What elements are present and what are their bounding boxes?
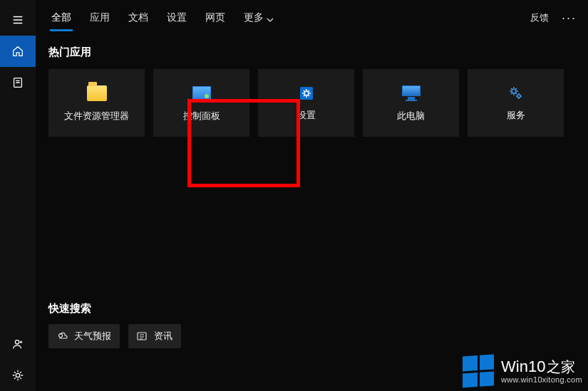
chip-news[interactable]: 资讯 xyxy=(128,324,181,348)
settings-rail-button[interactable] xyxy=(0,360,36,391)
tile-services[interactable]: 服务 xyxy=(468,69,564,137)
home-icon xyxy=(11,45,24,58)
svg-rect-3 xyxy=(300,87,313,100)
tab-more[interactable]: 更多 xyxy=(237,6,281,30)
top-apps-title: 热门应用 xyxy=(48,46,575,59)
tile-label: 文件资源管理器 xyxy=(64,110,129,122)
tile-label: 服务 xyxy=(507,109,525,122)
tile-label: 控制面板 xyxy=(183,110,220,122)
tab-more-label: 更多 xyxy=(244,11,264,24)
feedback-link[interactable]: 反馈 xyxy=(527,7,552,28)
tab-documents[interactable]: 文档 xyxy=(121,6,155,30)
tabbar-right: 反馈 ··· xyxy=(527,6,579,30)
svg-point-1 xyxy=(15,340,19,344)
chevron-down-icon xyxy=(267,14,274,21)
weather-icon xyxy=(57,331,68,341)
news-icon xyxy=(137,331,148,341)
control-panel-icon xyxy=(191,84,212,103)
tab-apps[interactable]: 应用 xyxy=(83,6,117,30)
svg-point-5 xyxy=(512,89,516,93)
monitor-icon xyxy=(401,84,422,103)
tile-file-explorer[interactable]: 文件资源管理器 xyxy=(48,69,145,137)
tile-label: 设置 xyxy=(297,109,316,122)
hamburger-button[interactable] xyxy=(0,4,36,36)
main-area: 全部 应用 文档 设置 网页 更多 反馈 ··· 热门应用 文件资源管理器 xyxy=(36,0,588,391)
person-add-icon xyxy=(11,338,24,350)
content-area: 热门应用 文件资源管理器 控制面板 设置 xyxy=(36,36,588,391)
tile-control-panel[interactable]: 控制面板 xyxy=(153,69,249,137)
account-button[interactable] xyxy=(0,328,36,360)
chip-weather[interactable]: 天气预报 xyxy=(48,324,120,348)
gears-icon xyxy=(507,85,525,102)
tab-web[interactable]: 网页 xyxy=(198,6,232,30)
tile-label: 此电脑 xyxy=(397,110,425,122)
left-rail xyxy=(0,0,36,391)
more-menu-button[interactable]: ··· xyxy=(559,6,579,30)
gear-icon xyxy=(298,85,315,102)
gear-icon xyxy=(11,369,24,382)
chip-label: 资讯 xyxy=(154,330,172,343)
tile-this-pc[interactable]: 此电脑 xyxy=(363,69,459,137)
tab-settings[interactable]: 设置 xyxy=(160,6,194,30)
recent-button[interactable] xyxy=(0,67,36,98)
tab-bar: 全部 应用 文档 设置 网页 更多 反馈 ··· xyxy=(36,0,588,36)
quick-search-title: 快速搜索 xyxy=(48,302,575,316)
quick-search-chips: 天气预报 资讯 xyxy=(48,324,575,348)
search-panel-root: 全部 应用 文档 设置 网页 更多 反馈 ··· 热门应用 文件资源管理器 xyxy=(0,0,588,391)
document-icon xyxy=(11,76,24,89)
chip-label: 天气预报 xyxy=(74,330,111,343)
home-button[interactable] xyxy=(0,36,36,67)
svg-point-6 xyxy=(517,94,520,97)
svg-point-2 xyxy=(16,373,19,377)
tile-settings[interactable]: 设置 xyxy=(258,69,354,137)
hamburger-icon xyxy=(11,14,24,26)
folder-icon xyxy=(86,84,108,103)
top-apps-tiles: 文件资源管理器 控制面板 设置 此电脑 xyxy=(48,69,575,137)
tab-all[interactable]: 全部 xyxy=(44,6,78,30)
